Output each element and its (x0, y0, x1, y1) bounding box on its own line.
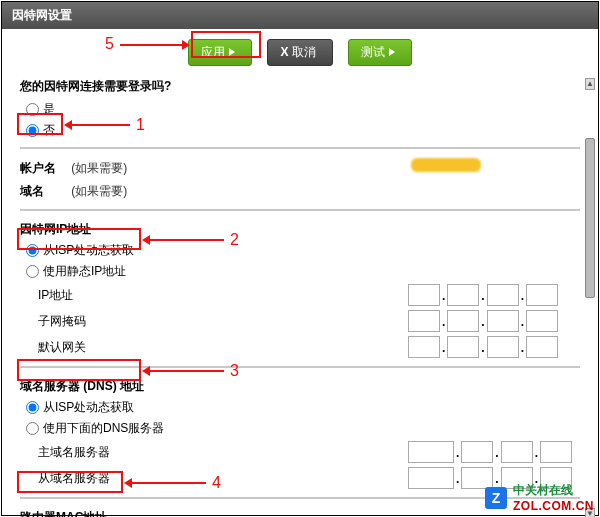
ip-octet[interactable] (487, 310, 519, 332)
login-question: 您的因特网连接需要登录吗? (20, 76, 580, 99)
scroll-up-icon[interactable]: ▲ (585, 78, 595, 90)
ip-octet[interactable] (447, 284, 479, 306)
radio-label: 是 (43, 102, 55, 116)
settings-panel: 您的因特网连接需要登录吗? 是 否 帐户名 (如果需要) 域名 (如果需要) 因… (2, 72, 598, 517)
test-label: 测试 (361, 45, 385, 59)
radio-dns-dynamic[interactable]: 从ISP处动态获取 (26, 400, 134, 414)
cancel-button[interactable]: X取消 (267, 39, 332, 66)
label-ip-gw: 默认网关 (38, 339, 128, 356)
watermark: Z 中关村在线 ZOL.COM.CN (485, 482, 594, 513)
field-hint: (如果需要) (71, 161, 127, 175)
scrollbar[interactable]: ▲ ▼ (585, 78, 595, 517)
label-ip-addr: IP地址 (38, 287, 128, 304)
field-label: 域名 (20, 183, 68, 200)
section-ip: 因特网IP地址 (20, 217, 580, 240)
apply-button[interactable]: 应用 (188, 39, 252, 66)
play-icon (229, 48, 235, 56)
field-label: 帐户名 (20, 160, 68, 177)
wm-site: ZOL.COM.CN (513, 499, 594, 513)
radio-label: 否 (43, 123, 55, 137)
ip-octet[interactable] (408, 467, 454, 489)
ip-octet[interactable] (501, 441, 533, 463)
ip-octet[interactable] (540, 441, 572, 463)
radio-dns-custom[interactable]: 使用下面的DNS服务器 (26, 421, 164, 435)
ip-octet[interactable] (526, 310, 558, 332)
ip-octet[interactable] (408, 284, 440, 306)
row-username: 帐户名 (如果需要) (20, 155, 580, 180)
ip-octet[interactable] (408, 336, 440, 358)
x-icon: X (280, 45, 288, 59)
divider (20, 366, 580, 368)
radio-label: 使用下面的DNS服务器 (43, 421, 164, 435)
window-title: 因特网设置 (2, 2, 598, 29)
test-button[interactable]: 测试 (348, 39, 412, 66)
zol-logo: Z (485, 487, 507, 509)
radio-login-no[interactable]: 否 (26, 123, 55, 137)
section-dns: 域名服务器 (DNS) 地址 (20, 374, 580, 397)
label-ip-mask: 子网掩码 (38, 313, 128, 330)
radio-label: 使用静态IP地址 (43, 264, 126, 278)
radio-login-yes[interactable]: 是 (26, 102, 55, 116)
ip-octet[interactable] (526, 284, 558, 306)
wm-brand: 中关村在线 (513, 482, 594, 499)
field-hint: (如果需要) (71, 184, 127, 198)
username-value-redacted (411, 158, 481, 172)
radio-label: 从ISP处动态获取 (43, 400, 134, 414)
ip-octet[interactable] (487, 284, 519, 306)
divider (20, 209, 580, 211)
ip-octet[interactable] (526, 336, 558, 358)
ip-octet[interactable] (487, 336, 519, 358)
apply-label: 应用 (201, 45, 225, 59)
ip-octet[interactable] (461, 441, 493, 463)
label-dns-secondary: 从域名服务器 (38, 470, 128, 487)
scroll-thumb[interactable] (585, 138, 595, 298)
ip-octet[interactable] (447, 336, 479, 358)
radio-ip-static[interactable]: 使用静态IP地址 (26, 264, 126, 278)
cancel-label: 取消 (292, 45, 316, 59)
radio-ip-dynamic[interactable]: 从ISP处动态获取 (26, 243, 134, 257)
ip-octet[interactable] (408, 310, 440, 332)
radio-label: 从ISP处动态获取 (43, 243, 134, 257)
divider (20, 147, 580, 149)
row-domain: 域名 (如果需要) (20, 180, 580, 203)
toolbar: 应用 X取消 测试 (2, 29, 598, 72)
label-dns-primary: 主域名服务器 (38, 444, 128, 461)
ip-octet[interactable] (408, 441, 454, 463)
play-icon (389, 48, 395, 56)
ip-octet[interactable] (447, 310, 479, 332)
